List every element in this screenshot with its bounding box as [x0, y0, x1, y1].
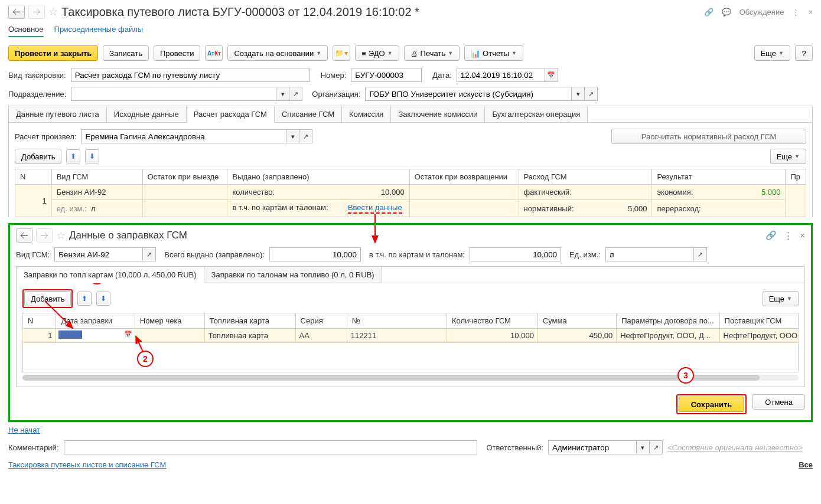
dt-kt-icon[interactable]: АтКт	[205, 45, 223, 61]
close-icon[interactable]: ×	[808, 8, 813, 17]
refuel-modal: 🡠 🡢 ☆ Данные о заправках ГСМ 🔗 ⋮ × Вид Г…	[8, 223, 813, 422]
move-down-button[interactable]: ⬇	[96, 292, 110, 306]
col-cons: Расход ГСМ	[519, 169, 652, 185]
modal-more-button[interactable]: Еще▼	[763, 291, 799, 306]
modal-cards-input[interactable]	[470, 247, 561, 261]
comment-input[interactable]	[64, 440, 477, 454]
add-row-button[interactable]: Добавить	[15, 149, 61, 164]
folder-icon[interactable]: 📁▾	[333, 45, 350, 61]
number-label: Номер:	[321, 71, 347, 80]
tab-fuel-writeoff[interactable]: Списание ГСМ	[275, 106, 342, 123]
number-input[interactable]	[351, 68, 422, 82]
write-button[interactable]: Записать	[103, 45, 149, 61]
favorite-star-icon[interactable]: ☆	[48, 5, 58, 18]
type-input[interactable]	[71, 68, 310, 82]
table-row[interactable]: ед. изм.: л в т.ч. по картам и талонам:В…	[15, 200, 806, 217]
open-icon[interactable]: ↗	[289, 87, 302, 101]
not-started-link[interactable]: Не начат	[8, 426, 40, 434]
discuss-label[interactable]: Обсуждение	[739, 8, 784, 17]
col-out: Остаток при выезде	[142, 169, 227, 185]
col-pr: Пр	[786, 169, 806, 185]
modal-title: Данные о заправках ГСМ	[69, 230, 187, 241]
modal-unit-input[interactable]	[605, 247, 694, 261]
nav-tab-main[interactable]: Основное	[8, 25, 44, 37]
tab-waybill-data[interactable]: Данные путевого листа	[9, 106, 107, 123]
page-title: Таксировка путевого листа БУГУ-000003 от…	[61, 5, 419, 19]
modal-back-button[interactable]: 🡠	[16, 228, 32, 243]
dropdown-icon[interactable]: ▾	[637, 440, 650, 454]
move-up-button[interactable]: ⬆	[66, 149, 80, 163]
tab-commission[interactable]: Комиссия	[342, 106, 391, 123]
col2-card: Топливная карта	[204, 313, 295, 329]
cancel-button[interactable]: Отмена	[752, 394, 805, 410]
col2-n: N	[23, 313, 56, 329]
nav-back-button[interactable]: 🡠	[8, 5, 25, 19]
nav-tab-files[interactable]: Присоединенные файлы	[54, 25, 144, 37]
original-state-link[interactable]: <Состояние оригинала неизвестно>	[667, 443, 803, 452]
date-cell[interactable]: 📅	[56, 329, 135, 343]
edo-button[interactable]: ≡ ЭДО▼	[355, 45, 399, 61]
bottom-nav-link[interactable]: Таксировка путевых листов и списание ГСМ	[8, 460, 166, 469]
dropdown-icon[interactable]: ▾	[286, 129, 299, 143]
org-input[interactable]	[365, 87, 572, 101]
col2-series: Серия	[295, 313, 347, 329]
dept-input[interactable]	[71, 87, 276, 101]
modal-add-button[interactable]: Добавить	[24, 291, 71, 306]
fuel-calc-table: N Вид ГСМ Остаток при выезде Выдано (зап…	[15, 169, 806, 217]
all-label: Все	[799, 460, 813, 469]
date-input[interactable]	[457, 68, 545, 82]
calc-normative-button[interactable]: Рассчитать нормативный расход ГСМ	[611, 129, 806, 144]
move-up-button[interactable]: ⬆	[77, 292, 92, 306]
dropdown-icon[interactable]: ▾	[276, 87, 289, 101]
calc-by-input[interactable]	[81, 129, 286, 143]
col2-supplier: Поставщик ГСМ	[719, 313, 798, 329]
calendar-icon[interactable]: 📅	[545, 68, 558, 82]
tab-conclusion[interactable]: Заключение комиссии	[391, 106, 485, 123]
table-row[interactable]: 1 📅 Топливная карта АА 112211 10,000 450…	[23, 329, 799, 343]
dropdown-icon[interactable]: ▾	[572, 87, 585, 101]
responsible-input[interactable]	[548, 440, 637, 454]
reports-button[interactable]: 📊 Отчеты▼	[464, 45, 523, 61]
post-button[interactable]: Провести	[154, 45, 201, 61]
open-icon[interactable]: ↗	[585, 87, 598, 101]
discuss-icon[interactable]: 💬	[722, 8, 731, 17]
print-button[interactable]: 🖨 Печать▼	[404, 45, 460, 61]
modal-tab-coupons[interactable]: Заправки по талонам на топливо (0 л, 0 R…	[204, 267, 382, 283]
post-and-close-button[interactable]: Провести и закрыть	[8, 45, 98, 61]
create-based-button[interactable]: Создать на основании▼	[227, 45, 328, 61]
modal-type-input[interactable]	[54, 247, 143, 261]
chart-icon: 📊	[471, 49, 480, 58]
modal-star-icon[interactable]: ☆	[56, 229, 66, 242]
col-type: Вид ГСМ	[51, 169, 142, 185]
refuel-table: N Дата заправки Номер чека Топливная кар…	[22, 313, 799, 343]
open-icon[interactable]: ↗	[299, 129, 312, 143]
table-more-button[interactable]: Еще▼	[770, 149, 806, 164]
calendar-icon[interactable]: 📅	[124, 330, 132, 338]
calc-by-label: Расчет произвел:	[15, 132, 76, 141]
modal-link-icon[interactable]: 🔗	[765, 230, 777, 241]
more-button[interactable]: Еще▼	[754, 45, 790, 61]
modal-forward-button[interactable]: 🡢	[36, 228, 53, 243]
open-icon[interactable]: ↗	[694, 247, 707, 261]
enter-data-link[interactable]: Ввести данные	[348, 203, 402, 214]
more-menu-icon[interactable]: ⋮	[792, 8, 800, 17]
modal-total-input[interactable]	[269, 247, 361, 261]
col2-qty: Количество ГСМ	[447, 313, 538, 329]
move-down-button[interactable]: ⬇	[85, 149, 99, 163]
table-row[interactable]: 1 Бензин АИ-92 количество:10,000 фактиче…	[15, 185, 806, 200]
open-icon[interactable]: ↗	[143, 247, 156, 261]
modal-type-label: Вид ГСМ:	[16, 250, 50, 259]
date-label: Дата:	[432, 71, 451, 80]
open-icon[interactable]: ↗	[650, 440, 663, 454]
help-button[interactable]: ?	[795, 45, 813, 61]
modal-tab-cards[interactable]: Заправки по топл картам (10,000 л, 450,0…	[17, 267, 204, 283]
nav-forward-button[interactable]: 🡢	[28, 5, 45, 19]
col2-check: Номер чека	[135, 313, 204, 329]
link-icon[interactable]: 🔗	[704, 8, 714, 17]
modal-close-icon[interactable]: ×	[800, 230, 805, 241]
tab-accounting[interactable]: Бухгалтерская операция	[485, 106, 588, 123]
save-button[interactable]: Сохранить	[679, 397, 745, 412]
modal-menu-icon[interactable]: ⋮	[784, 230, 793, 241]
tab-source-data[interactable]: Исходные данные	[107, 106, 187, 123]
tab-fuel-calc[interactable]: Расчет расхода ГСМ	[187, 106, 275, 123]
